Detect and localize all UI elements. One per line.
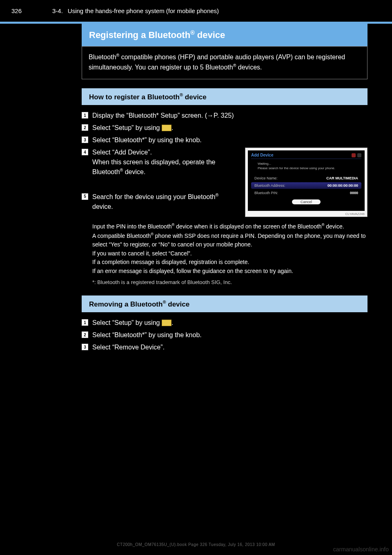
screen-value: CAR MULTIMEDIA (326, 176, 358, 180)
steps-register: 1 Display the “Bluetooth* Setup” screen.… (82, 111, 368, 286)
sub1-prefix: How to register a Bluetooth (89, 93, 180, 101)
screen-prompt: Please search for the device below using… (258, 166, 335, 170)
screen-label: Bluetooth Address: (254, 184, 285, 188)
screen-title-row: Add Device (251, 153, 361, 159)
title-prefix: Registering a Bluetooth (89, 30, 190, 40)
menu-button-icon (162, 125, 172, 131)
sub1-suffix: device (183, 93, 207, 101)
step-text: Select “Remove Device”. (92, 342, 368, 352)
lock-icon (352, 153, 356, 157)
step-number-icon: 3 (82, 137, 88, 143)
note-line: Input the PIN into the Bluetooth® device… (92, 222, 368, 231)
screen-value: 00:00:00:00:00:00 (327, 184, 358, 188)
screen-row: Bluetooth PIN: 0000 (251, 190, 361, 196)
back-icon (357, 153, 361, 157)
note-line: A compatible Bluetooth® phone with SSP d… (92, 231, 368, 249)
title-suffix: device (195, 30, 225, 40)
step-text: Select “Setup” by using . (92, 318, 368, 328)
registered-mark-icon: ® (180, 92, 183, 97)
menu-button-icon (162, 320, 172, 326)
registered-mark-icon: ® (151, 232, 154, 236)
subheading-remove: Removing a Bluetooth® device (82, 295, 368, 313)
sub2-prefix: Removing a Bluetooth (89, 300, 163, 308)
screen-subtext: Waiting... Please search for the device … (258, 161, 361, 170)
registered-mark-icon: ® (216, 193, 219, 197)
screen-title-icons (352, 153, 361, 157)
screen-row: Device Name: CAR MULTIMEDIA (251, 175, 361, 181)
step-row: 3 Select “Remove Device”. (82, 342, 368, 352)
step-text: Display the “Bluetooth* Setup” screen. (… (92, 111, 368, 121)
step-number-icon: 1 (82, 319, 88, 326)
page-number: 326 (0, 7, 52, 14)
intro-box: Bluetooth® compatible phones (HFP) and p… (82, 46, 368, 79)
screen-row: Bluetooth Address: 00:00:00:00:00:00 (251, 182, 361, 189)
screen-label: Device Name: (254, 176, 278, 180)
step-row: 3 Select “Bluetooth*” by using the knob. (82, 135, 368, 145)
figure-code: CLYAVAZ246 (345, 212, 365, 216)
step-number-icon: 1 (82, 112, 88, 119)
page-header: 326 3-4. Using the hands-free phone syst… (0, 0, 392, 18)
watermark: carmanualsonline.info (333, 546, 389, 553)
step-row: 4 Select “Add Device”. When this screen … (82, 148, 238, 177)
step-text: Search for the device using your Bluetoo… (92, 192, 238, 212)
step-text: Select “Setup” by using . (92, 123, 368, 133)
footnote: *: Bluetooth is a registered trademark o… (92, 278, 368, 286)
step-row: 2 Select “Bluetooth*” by using the knob. (82, 330, 368, 340)
step-text: Select “Bluetooth*” by using the knob. (92, 135, 368, 145)
step-row: 5 Search for the device using your Bluet… (82, 192, 238, 212)
intro-line1-post: compatible phones (HFP) and portable aud… (119, 54, 305, 61)
step-number-icon: 5 (82, 193, 88, 200)
subheading-register: How to register a Bluetooth® device (82, 88, 368, 105)
device-screenshot: Add Device Waiting... Please search for … (245, 148, 368, 217)
section-code: 3-4. (52, 7, 63, 14)
note-line: If a completion message is displayed, re… (92, 258, 368, 267)
note-block: Input the PIN into the Bluetooth® device… (92, 222, 368, 286)
section-title: Using the hands-free phone system (for m… (68, 7, 219, 14)
steps-remove: 1 Select “Setup” by using . 2 Select “Bl… (82, 318, 368, 352)
cancel-pill: Cancel (292, 199, 321, 204)
screen-label: Bluetooth PIN: (254, 191, 278, 195)
step-number-icon: 4 (82, 149, 88, 155)
note-line: If an error message is displayed, follow… (92, 267, 368, 276)
step-row: 2 Select “Setup” by using . (82, 123, 368, 133)
registered-mark-icon: ® (163, 300, 166, 304)
step-number-icon: 2 (82, 124, 88, 131)
intro-line1-pre: Bluetooth (89, 54, 116, 61)
step-number-icon: 2 (82, 331, 88, 338)
sub2-suffix: device (166, 300, 190, 308)
intro-line2-post: devices. (236, 64, 262, 71)
page-title: Registering a Bluetooth® device (82, 24, 368, 46)
screen-waiting: Waiting... (258, 162, 271, 166)
screen-inner: Add Device Waiting... Please search for … (248, 150, 365, 211)
step-row: 1 Display the “Bluetooth* Setup” screen.… (82, 111, 368, 121)
note-line: If you want to cancel it, select “Cancel… (92, 249, 368, 258)
step-row: 1 Select “Setup” by using . (82, 318, 368, 328)
screen-value: 0000 (350, 191, 358, 195)
step-text: Select “Bluetooth*” by using the knob. (92, 330, 368, 340)
screen-title: Add Device (251, 153, 273, 157)
registered-mark-icon: ® (190, 29, 195, 36)
step-number-icon: 3 (82, 344, 88, 350)
step-text: Select “Add Device”. When this screen is… (92, 148, 238, 177)
